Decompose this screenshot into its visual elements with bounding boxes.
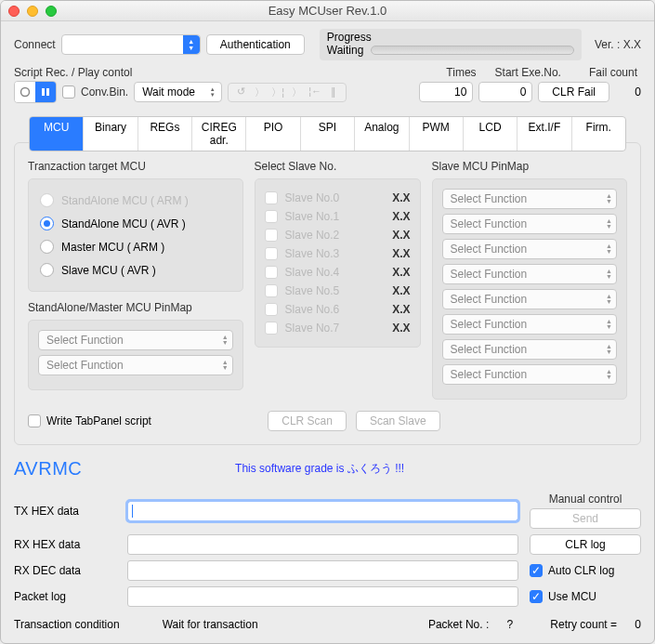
titlebar: Easy MCUser Rev.1.0 (1, 1, 654, 21)
start-exe-input[interactable]: 0 (478, 82, 532, 102)
radio-icon (40, 217, 54, 230)
slave-pinmap-select[interactable]: Select Function▲▼ (442, 289, 618, 309)
tab-ext-i-f[interactable]: Ext.I/F (517, 117, 571, 151)
slave-row: Slave No.1X.X (265, 207, 411, 226)
radio-icon (40, 240, 54, 254)
slave-label: Slave No.6 (285, 303, 340, 316)
wait-mode-select[interactable]: Wait mode ▲▼ (134, 82, 222, 102)
tab-lcd[interactable]: LCD (464, 117, 517, 151)
slave-pinmap-select[interactable]: Select Function▲▼ (442, 264, 618, 284)
packet-log-label: Packet log (14, 590, 116, 603)
slave-pinmap-select[interactable]: Select Function▲▼ (442, 189, 618, 209)
slave-row: Slave No.5X.X (265, 282, 411, 300)
tab-mcu[interactable]: MCU (30, 117, 84, 151)
slave-label: Slave No.4 (285, 266, 340, 279)
slave-pinmap-select[interactable]: Select Function▲▼ (442, 239, 618, 259)
rx-dec-input[interactable] (127, 560, 518, 581)
slave-checkbox[interactable] (265, 322, 278, 335)
tab-analog[interactable]: Analog (355, 117, 409, 151)
record-icon[interactable] (15, 82, 35, 102)
tx-hex-input[interactable] (127, 501, 518, 521)
play-icon[interactable]: 〉 (251, 85, 268, 99)
rx-hex-input[interactable] (127, 534, 518, 555)
svg-point-0 (21, 88, 30, 97)
slave-value: X.X (392, 284, 410, 297)
send-button[interactable]: Send (530, 508, 641, 529)
target-mcu-option[interactable]: Slave MCU ( AVR ) (38, 258, 233, 282)
transaction-condition-value: Wait for transaction (163, 618, 258, 631)
slave-value: X.X (392, 191, 410, 204)
pause-icon[interactable] (35, 82, 56, 102)
slave-checkbox[interactable] (265, 303, 278, 316)
packet-no-value: ? (496, 618, 513, 631)
write-tab-label: Write TabPanel script (46, 414, 151, 427)
progress-bar (371, 46, 574, 55)
clr-fail-button[interactable]: CLR Fail (538, 82, 609, 102)
window-title: Easy MCUser Rev.1.0 (1, 4, 654, 18)
step-icon[interactable]: 〉¦ (269, 85, 286, 99)
svg-rect-1 (42, 88, 45, 96)
manual-control-header: Manual control (530, 493, 641, 506)
tab-firm-[interactable]: Firm. (572, 117, 625, 151)
chevron-updown-icon: ▲▼ (183, 35, 200, 54)
target-mcu-option: StandAlone MCU ( ARM ) (38, 189, 233, 212)
tab-cireg-adr-[interactable]: CIREG adr. (192, 117, 246, 151)
tab-bar: MCUBinaryREGsCIREG adr.PIOSPIAnalogPWMLC… (29, 116, 626, 151)
script-control-label: Script Rec. / Play contol (14, 66, 132, 79)
record-pause-segment[interactable] (14, 81, 57, 103)
target-mcu-header: Tranzaction target MCU (28, 160, 243, 173)
tab-binary[interactable]: Binary (84, 117, 138, 151)
conv-bin-checkbox[interactable] (62, 85, 75, 99)
slave-pinmap-select[interactable]: Select Function▲▼ (442, 339, 618, 360)
slave-row: Slave No.7X.X (265, 319, 411, 337)
slave-checkbox[interactable] (265, 191, 278, 204)
target-mcu-option[interactable]: Master MCU ( ARM ) (38, 235, 233, 258)
scan-slave-button[interactable]: Scan Slave (356, 411, 440, 431)
chevron-updown-icon: ▲▼ (206, 85, 218, 99)
skip-back-icon[interactable]: ¦← (307, 85, 323, 99)
slave-row: Slave No.2X.X (265, 226, 411, 244)
packet-log-input[interactable] (127, 586, 518, 607)
authentication-button[interactable]: Authentication (206, 34, 305, 55)
times-input[interactable]: 10 (419, 82, 473, 102)
fail-count-value: 0 (615, 85, 641, 99)
slave-checkbox[interactable] (265, 266, 278, 279)
clr-scan-button[interactable]: CLR Scan (268, 411, 347, 431)
slave-pinmap-select[interactable]: Select Function▲▼ (442, 364, 618, 385)
tab-spi[interactable]: SPI (301, 117, 355, 151)
auto-clr-label: Auto CLR log (548, 564, 614, 577)
slave-checkbox[interactable] (265, 284, 278, 297)
pause-small-icon[interactable]: ‖ (325, 85, 342, 99)
tagline: This software grade is ふくろう !!! (82, 461, 557, 477)
slave-checkbox[interactable] (265, 247, 278, 260)
rx-hex-label: RX HEX data (14, 538, 116, 551)
slave-pinmap-select[interactable]: Select Function▲▼ (442, 314, 618, 335)
slave-label: Slave No.1 (285, 210, 340, 223)
radio-label: Master MCU ( ARM ) (61, 241, 164, 254)
slave-value: X.X (392, 247, 410, 260)
slave-pinmap-select[interactable]: Select Function▲▼ (442, 214, 618, 234)
start-exe-label: Start Exe.No. (495, 66, 561, 79)
tab-regs[interactable]: REGs (138, 117, 192, 151)
slave-value: X.X (392, 210, 410, 223)
auto-clr-checkbox[interactable]: ✓ (530, 564, 543, 577)
tab-pwm[interactable]: PWM (410, 117, 464, 151)
slave-checkbox[interactable] (265, 229, 278, 242)
pinmap-select-2[interactable]: Select Function▲▼ (38, 355, 233, 375)
slave-label: Slave No.7 (285, 322, 340, 335)
connect-select[interactable]: ▲▼ (61, 34, 201, 55)
slave-label: Slave No.5 (285, 284, 340, 297)
use-mcu-checkbox[interactable]: ✓ (530, 590, 543, 603)
slave-checkbox[interactable] (265, 210, 278, 223)
slave-row: Slave No.4X.X (265, 263, 411, 282)
slave-label: Slave No.0 (285, 191, 340, 204)
clr-log-button[interactable]: CLR log (530, 534, 641, 555)
slave-label: Slave No.2 (285, 229, 340, 242)
tab-pio[interactable]: PIO (246, 117, 300, 151)
reload-icon[interactable]: ↺ (232, 85, 249, 99)
write-tab-checkbox[interactable] (28, 414, 41, 427)
slave-value: X.X (392, 229, 410, 242)
pinmap-select-1[interactable]: Select Function▲▼ (38, 330, 233, 350)
target-mcu-option[interactable]: StandAlone MCU ( AVR ) (38, 212, 233, 235)
skip-icon[interactable]: 〉 (288, 85, 305, 99)
